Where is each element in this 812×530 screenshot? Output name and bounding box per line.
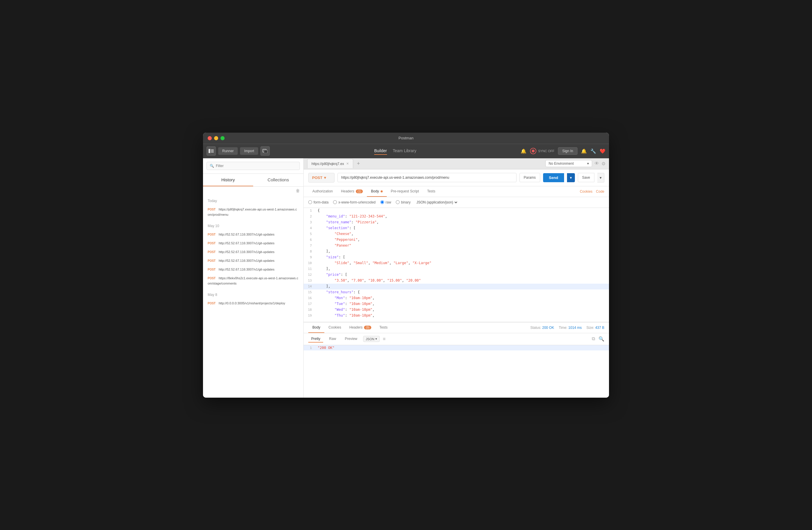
form-data-radio[interactable] [308,200,312,204]
env-settings-button[interactable]: ⚙ [601,161,606,166]
history-url: http://52.52.67.116:3007/v1/git-updates [219,233,274,236]
history-item[interactable]: POST http://52.52.67.116:3007/v1/git-upd… [203,256,303,265]
body-options: form-data x-www-form-urlencoded raw bina… [304,197,609,208]
history-section-may8: May 8 POST http://0.0.0.0:3005/v1/nishan… [203,291,303,307]
signin-button[interactable]: Sign In [558,147,578,155]
format-preview[interactable]: Preview [342,336,360,342]
environment-select[interactable]: No Environment ▾ [546,160,592,167]
close-button[interactable] [208,136,212,140]
history-item[interactable]: POST http://52.52.67.116:3007/v1/git-upd… [203,247,303,256]
response-tabs: Body Cookies Headers (9) Tests Status: 2… [304,322,609,333]
format-raw[interactable]: Raw [326,336,339,342]
size-value: 437 B [595,326,604,330]
titlebar: Postman [203,133,609,144]
heart-icon[interactable]: ❤️ [600,148,606,154]
urlencoded-radio[interactable] [333,200,337,204]
copy-response-icon[interactable]: ⧉ [592,336,595,342]
env-eye-button[interactable]: 👁 [594,161,599,166]
request-section-tabs: Authorization Headers (1) Body Pre-reque… [304,186,609,197]
sidebar-actions: 🗑 [203,187,303,195]
clear-history-button[interactable]: 🗑 [296,188,300,193]
sync-icon [530,148,536,154]
method-badge: POST [208,250,216,254]
status-label: Status: 200 OK [530,326,554,330]
form-data-option[interactable]: form-data [308,200,329,204]
tab-authorization[interactable]: Authorization [308,186,337,197]
resp-tab-tests[interactable]: Tests [375,322,392,333]
sidebar-tabs: History Collections [203,174,303,187]
urlencoded-option[interactable]: x-www-form-urlencoded [333,200,375,204]
maximize-button[interactable] [220,136,224,140]
send-dropdown-button[interactable]: ▾ [567,173,575,182]
import-button[interactable]: Import [240,147,258,155]
json-chevron-icon: ▾ [375,337,377,341]
minimize-button[interactable] [214,136,218,140]
search-input[interactable] [216,164,296,168]
main-toolbar: Runner Import Builder Team Library 🔔 SYN… [203,144,609,158]
resp-tab-cookies[interactable]: Cookies [324,322,345,333]
json-type-select[interactable]: JSON (application/json) [415,200,458,205]
svg-rect-0 [208,149,210,153]
cookies-link[interactable]: Cookies [580,190,592,194]
search-icon: 🔍 [210,164,214,168]
new-tab-button[interactable]: + [357,161,360,167]
close-tab-icon[interactable]: ✕ [346,162,349,166]
code-line: 15 "store_hours": { [304,290,609,295]
tab-builder[interactable]: Builder [374,147,387,155]
response-status-bar: Status: 200 OK Time: 1014 ms Size: 437 B [530,326,604,330]
resp-tab-headers[interactable]: Headers (9) [345,322,375,333]
resp-tab-body[interactable]: Body [308,322,324,333]
request-tab[interactable]: https://p80jhqkrq7.ex ✕ [307,159,353,168]
code-link[interactable]: Code [596,190,604,194]
svg-rect-5 [264,150,267,153]
collections-tab[interactable]: Collections [253,174,303,186]
search-response-icon[interactable]: 🔍 [598,336,604,342]
send-button[interactable]: Send [543,173,564,182]
request-body-editor[interactable]: 1 { 2 "menu_id": "121-232-343-544", 3 "s… [304,208,609,322]
save-button[interactable]: Save [578,173,594,182]
tab-body[interactable]: Body [367,186,387,197]
raw-option[interactable]: raw [380,200,391,204]
nav-tabs: Builder Team Library [272,147,518,155]
history-item[interactable]: POST http://52.52.67.116:3007/v1/git-upd… [203,230,303,238]
history-item[interactable]: POST http://52.52.67.116:3007/v1/git-upd… [203,238,303,247]
headers-resp-badge: (9) [364,326,371,329]
wrench-icon[interactable]: 🔧 [590,148,596,154]
tab-headers[interactable]: Headers (1) [337,186,367,197]
tab-url-label: https://p80jhqkrq7.ex [311,162,344,166]
sync-button[interactable]: SYNC OFF [530,148,554,154]
url-input[interactable] [337,173,517,182]
json-format-select[interactable]: JSON ▾ [363,336,380,342]
history-item[interactable]: POST http://0.0.0.0:3005/v1/nishant/proj… [203,298,303,307]
notification-icon[interactable]: 🔔 [521,148,526,154]
history-tab[interactable]: History [203,174,253,186]
search-box[interactable]: 🔍 [206,162,300,170]
history-item[interactable]: POST https://8ekv0hs2c1.execute-api.us-w… [203,274,303,288]
method-badge: POST [208,233,216,236]
wrap-lines-icon[interactable]: ≡ [383,336,390,342]
new-window-button[interactable] [260,146,270,156]
binary-radio[interactable] [396,200,400,204]
params-button[interactable]: Params [520,173,540,182]
tab-pre-request[interactable]: Pre-request Script [387,186,423,197]
tab-team-library[interactable]: Team Library [393,147,417,155]
method-select[interactable]: POST ▾ [308,173,335,182]
save-dropdown-button[interactable]: ▾ [597,173,604,182]
raw-radio[interactable] [380,200,384,204]
history-item[interactable]: POST http://52.52.67.116:3007/v1/git-upd… [203,265,303,274]
bell-icon[interactable]: 🔔 [581,148,587,154]
method-badge: POST [208,302,216,305]
format-pretty[interactable]: Pretty [308,336,323,342]
history-url: http://52.52.67.116:3007/v1/git-updates [219,241,274,245]
json-label: JSON [366,337,374,341]
sidebar-toggle-button[interactable] [206,146,216,156]
method-badge: POST [208,268,216,271]
url-bar: POST ▾ Params Send ▾ Save ▾ [304,170,609,186]
history-section-may10: May 10 POST http://52.52.67.116:3007/v1/… [203,222,303,288]
history-url: http://52.52.67.116:3007/v1/git-updates [219,268,274,271]
history-item[interactable]: POST https://p80jhqkrq7.execute-api.us-w… [203,205,303,219]
runner-button[interactable]: Runner [218,147,238,155]
binary-option[interactable]: binary [396,200,411,204]
history-url: http://0.0.0.0:3005/v1/nishant/projects/… [219,301,285,305]
tab-tests[interactable]: Tests [423,186,439,197]
